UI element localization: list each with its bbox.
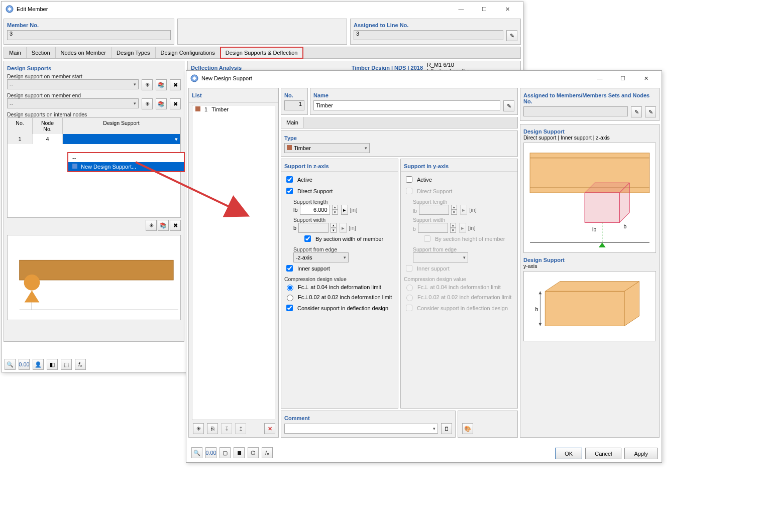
z-inner-checkbox[interactable]: Inner support [284,262,395,274]
y-from-edge-label: Support from edge [413,246,514,252]
ds-start-combo[interactable]: --▾ [7,79,139,89]
list-item[interactable]: 1 Timber [192,105,275,113]
find-button[interactable]: 🔍 [5,359,16,370]
colorize-button[interactable]: 🎨 [462,423,473,434]
z-len-dn[interactable]: ▾ [332,210,338,215]
pick-nodes-button[interactable]: ✎ [645,106,656,117]
svg-marker-19 [538,291,541,294]
nds-tree-button[interactable]: ⌬ [248,447,259,458]
list-copy-button[interactable]: ⎘ [207,423,218,434]
z-active-checkbox[interactable]: Active [284,174,395,185]
z-direct-checkbox[interactable]: Direct Support [284,185,395,197]
member-no-label: Member No. [7,22,171,28]
assigned-line-label: Assigned to Line No. [354,22,517,28]
list-new-button[interactable]: ✳ [193,423,204,434]
z-cdv-label: Compression design value [284,276,395,282]
y-radio-004: Fc⊥ at 0.04 inch deformation limit [404,282,514,292]
nds-assigned-label: Assigned to Members/Members Sets and Nod… [523,92,656,104]
close-button[interactable]: ✕ [496,2,519,17]
ds-end-label: Design support on member end [7,92,181,98]
nds-script-button[interactable]: fₓ [262,447,273,458]
cell-no: 1 [8,134,33,144]
nds-layers-button[interactable]: ≣ [234,447,245,458]
member-no-field[interactable]: 3 [7,30,171,40]
apply-button[interactable]: Apply [624,448,658,459]
nds-no-field[interactable]: 1 [284,100,304,110]
y-from-edge-combo: ▾ [413,252,468,262]
tab-nodes[interactable]: Nodes on Member [56,47,112,58]
tab-design-config[interactable]: Design Configurations [156,47,221,58]
cancel-button[interactable]: Cancel [585,448,621,459]
y-active-checkbox[interactable]: Active [404,174,514,185]
window-title: Edit Member [17,6,48,12]
z-consider-checkbox[interactable]: Consider support in deflection design [284,302,395,314]
assigned-line-field[interactable]: 3 [354,30,503,40]
ds-start-delete-button[interactable]: ✖ [170,79,181,90]
maximize-button[interactable]: ☐ [473,2,496,17]
tab-design-types[interactable]: Design Types [112,47,155,58]
z-wid-input [298,223,329,233]
z-len-menu[interactable]: ▸ [341,205,348,215]
ds-start-library-button[interactable]: 📚 [156,79,167,90]
preview2-sub: y-axis [523,263,656,269]
member-preview [7,235,181,320]
nds-minimize-button[interactable]: — [588,71,611,86]
ds-end-delete-button[interactable]: ✖ [170,98,181,109]
tab-design-supports-deflection[interactable]: Design Supports & Deflection [221,47,303,58]
list-out-button[interactable]: ↥ [235,423,246,434]
view-button-2[interactable]: ◧ [47,359,58,370]
y-consider-checkbox: Consider support in deflection design [404,302,514,314]
nds-tab-main[interactable]: Main [281,117,304,128]
z-wid-label: Support width [293,217,395,223]
ds-end-combo[interactable]: --▾ [7,98,139,108]
z-radio-004[interactable]: Fc⊥ at 0.04 inch deformation limit [284,282,395,292]
eff-len-a: R_M1 6/10 [427,62,517,68]
z-by-section-checkbox[interactable]: By section width of member [293,233,395,244]
svg-text:b: b [623,223,626,229]
z-len-input[interactable]: 6.000 [300,205,330,215]
col-node: Node No. [33,118,63,134]
nds-maximize-button[interactable]: ☐ [611,71,634,86]
pick-members-button[interactable]: ✎ [631,106,642,117]
units-button[interactable]: 0.00 [19,359,30,370]
nds-assigned-field[interactable] [523,106,628,116]
view-button-1[interactable]: 👤 [33,359,44,370]
comment-combo[interactable]: ▾ [284,424,438,434]
ok-button[interactable]: OK [555,448,582,459]
z-heading: Support in z-axis [284,163,395,169]
list-in-button[interactable]: ↧ [221,423,232,434]
nds-close-button[interactable]: ✕ [634,71,658,86]
preview1-sub: Direct support | Inner support | z-axis [523,135,656,141]
tab-section[interactable]: Section [27,47,56,58]
nds-box-button[interactable]: ▢ [220,447,231,458]
comment-note-button[interactable]: 🗒 [441,423,452,434]
z-wid-menu: ▸ [340,223,347,233]
view-button-3[interactable]: ⬚ [61,359,72,370]
script-button[interactable]: fₓ [75,359,86,370]
ds-end-new-button[interactable]: ✳ [142,98,153,109]
z-len-label: Support length [293,199,395,205]
svg-marker-3 [25,291,40,303]
cell-ds-combo[interactable]: ▾ [63,134,180,144]
nds-name-edit-button[interactable]: ✎ [503,100,514,111]
app-icon [190,74,198,82]
pick-line-button[interactable]: ✎ [506,30,517,41]
svg-point-2 [24,275,40,291]
nds-units-button[interactable]: 0.00 [205,447,216,458]
minimize-button[interactable]: — [450,2,473,17]
list-delete-button[interactable]: ✕ [264,423,275,434]
z-len-up[interactable]: ▴ [332,205,338,210]
z-radio-002[interactable]: Fc⊥0.02 at 0.02 inch deformation limit [284,292,395,302]
ds-end-library-button[interactable]: 📚 [156,98,167,109]
nds-name-label: Name [313,92,514,98]
svg-marker-15 [599,242,606,247]
nds-name-field[interactable] [313,100,500,110]
nds-type-combo[interactable]: Timber ▾ [284,143,370,153]
comment-label: Comment [284,415,452,421]
ds-start-new-button[interactable]: ✳ [142,79,153,90]
tab-main[interactable]: Main [4,47,27,58]
nds-find-button[interactable]: 🔍 [191,447,202,458]
z-from-edge-combo[interactable]: -z-axis▾ [293,252,349,262]
y-by-section-checkbox: By section height of member [413,233,514,244]
svg-text:lb: lb [592,226,596,232]
